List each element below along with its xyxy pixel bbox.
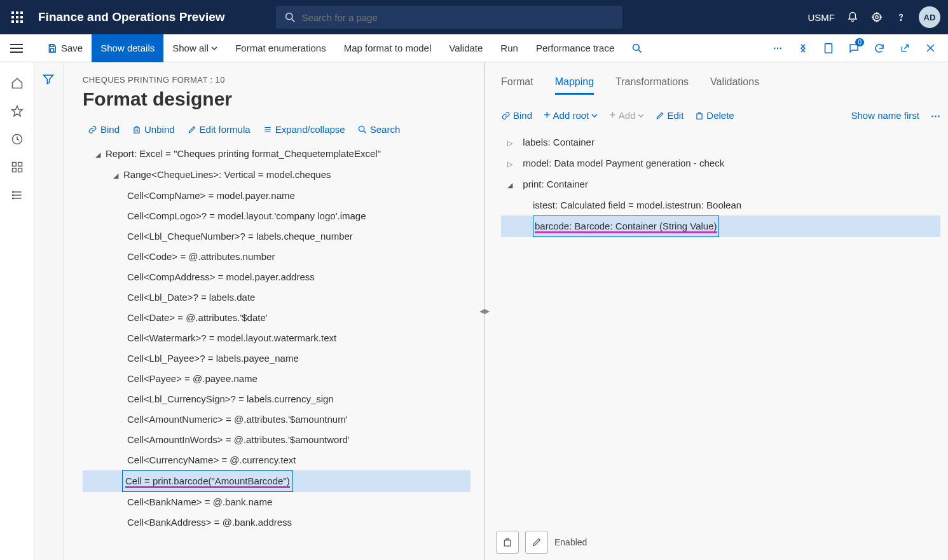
save-button[interactable]: Save: [38, 34, 92, 62]
svg-line-16: [639, 50, 642, 52]
tree-cell-row[interactable]: Cell<CurrencyName> = @.currency.text: [83, 450, 471, 470]
filter-bar: [34, 62, 64, 560]
tab-validations[interactable]: Validations: [710, 76, 759, 95]
performance-trace-button[interactable]: Performance trace: [527, 34, 623, 62]
show-details-button[interactable]: Show details: [92, 34, 163, 62]
app-title: Finance and Operations Preview: [38, 10, 225, 24]
modules-icon[interactable]: [10, 188, 24, 202]
edit-formula-button[interactable]: Edit formula: [188, 124, 251, 135]
workspaces-icon[interactable]: [10, 160, 24, 174]
tree-cell-row[interactable]: Cell<Lbl_Payee>? = labels.payee_name: [83, 348, 471, 369]
svg-rect-6: [11, 20, 14, 23]
svg-point-9: [285, 13, 292, 19]
hamburger-icon[interactable]: [10, 43, 23, 53]
mapping-model-node[interactable]: ▷ model: Data model Payment generation -…: [501, 153, 940, 174]
svg-rect-24: [12, 163, 16, 167]
tree-cell-row[interactable]: Cell<Lbl_Date>? = labels.date: [83, 287, 471, 308]
show-all-button[interactable]: Show all: [163, 34, 226, 62]
more-icon[interactable]: ⋯: [771, 42, 784, 55]
svg-rect-2: [20, 11, 23, 14]
tree-cell-row[interactable]: Cell<Lbl_ChequeNumber>? = labels.cheque_…: [83, 226, 471, 247]
map-format-button[interactable]: Map format to model: [335, 34, 441, 62]
delete-button[interactable]: Delete: [695, 110, 734, 121]
tree-range[interactable]: ◢Range<ChequeLines>: Vertical = model.ch…: [83, 165, 471, 186]
mapping-barcode-node[interactable]: barcode: Barcode: Container (String Valu…: [501, 215, 940, 237]
mapping-pane: Format Mapping Transformations Validatio…: [487, 62, 948, 560]
show-name-first-button[interactable]: Show name first: [851, 110, 919, 121]
edit-property-button[interactable]: [525, 531, 548, 554]
bell-icon[interactable]: [846, 11, 859, 24]
svg-point-12: [900, 20, 902, 21]
tree-cell-row[interactable]: Cell<Watermark>? = model.layout.watermar…: [83, 328, 471, 348]
svg-rect-40: [697, 114, 702, 119]
filter-icon[interactable]: [42, 72, 56, 86]
tree-cell-row[interactable]: Cell<Lbl_CurrencySign>? = labels.currenc…: [83, 389, 471, 409]
format-tree-pane: CHEQUES PRINTING FORMAT : 10 Format desi…: [64, 62, 482, 560]
mapping-tree[interactable]: ▷ labels: Container ▷ model: Data model …: [501, 132, 940, 237]
mapping-labels-node[interactable]: ▷ labels: Container: [501, 132, 940, 153]
close-icon[interactable]: [924, 42, 937, 55]
tree-root[interactable]: ◢Report: Excel = "Cheques printing forma…: [83, 144, 471, 165]
expand-collapse-button[interactable]: Expand/collapse: [263, 124, 345, 135]
delete-property-button[interactable]: [496, 531, 519, 554]
mapping-istest-node[interactable]: istest: Calculated field = model.istestr…: [501, 195, 940, 215]
main-content: CHEQUES PRINTING FORMAT : 10 Format desi…: [64, 62, 948, 560]
search-input[interactable]: [302, 12, 614, 23]
svg-point-31: [12, 191, 13, 193]
user-avatar[interactable]: AD: [919, 6, 940, 28]
svg-rect-41: [504, 540, 510, 546]
waffle-icon[interactable]: [8, 8, 27, 27]
home-icon[interactable]: [10, 76, 24, 90]
notifications-icon[interactable]: 0: [848, 42, 860, 55]
svg-rect-34: [134, 128, 139, 133]
refresh-icon[interactable]: [873, 42, 886, 55]
tree-cell-row[interactable]: Cell<Code> = @.attributes.number: [83, 247, 471, 267]
tree-cell-row[interactable]: Cell<Date> = @.attributes.'$date': [83, 308, 471, 328]
add-root-button[interactable]: +Add root: [544, 109, 598, 122]
attach-icon[interactable]: [797, 42, 809, 55]
help-icon[interactable]: [895, 11, 907, 24]
mapping-bind-button[interactable]: Bind: [501, 110, 532, 121]
tab-transformations[interactable]: Transformations: [615, 76, 689, 95]
tree-cell-row[interactable]: Cell<AmountInWords> = @.attributes.'$amo…: [83, 430, 471, 450]
format-enumerations-button[interactable]: Format enumerations: [226, 34, 335, 62]
tab-mapping[interactable]: Mapping: [555, 76, 594, 95]
mapping-more-icon[interactable]: ⋯: [931, 110, 940, 121]
tree-cell-row[interactable]: Cell<BankName> = @.bank.name: [83, 492, 471, 512]
unbind-button[interactable]: Unbind: [132, 124, 175, 135]
tree-cell-row[interactable]: Cell<CompLogo>? = model.layout.'company …: [83, 206, 471, 226]
tree-cell-row[interactable]: Cell<Payee> = @.payee.name: [83, 369, 471, 389]
svg-rect-27: [18, 168, 22, 172]
edit-button[interactable]: Edit: [656, 110, 684, 121]
validate-button[interactable]: Validate: [440, 34, 491, 62]
tab-format[interactable]: Format: [501, 76, 533, 95]
mapping-print-node[interactable]: ◢ print: Container: [501, 174, 940, 195]
tree-cell-row[interactable]: Cell<BankAddress> = @.bank.address: [83, 512, 471, 533]
star-icon[interactable]: [10, 104, 24, 118]
tree-cell-row[interactable]: Cell<AmountNumeric> = @.attributes.'$amo…: [83, 409, 471, 430]
tree-cell-row[interactable]: Cell = print.barcode("AmountBarcode"): [83, 470, 471, 492]
splitter[interactable]: ◀▶: [482, 62, 487, 560]
toolbar-search-icon[interactable]: [623, 34, 651, 62]
svg-point-11: [876, 16, 879, 19]
tree-cell-row[interactable]: Cell<CompAddress> = model.payer.address: [83, 267, 471, 287]
office-icon[interactable]: [822, 42, 835, 55]
global-search[interactable]: [276, 6, 622, 29]
gear-icon[interactable]: [870, 11, 883, 24]
svg-rect-25: [18, 163, 22, 167]
recent-icon[interactable]: [10, 132, 24, 146]
svg-line-39: [364, 131, 366, 133]
tree-search-button[interactable]: Search: [358, 124, 401, 135]
svg-rect-14: [50, 48, 53, 51]
svg-rect-13: [50, 44, 53, 46]
company-label[interactable]: USMF: [808, 12, 835, 23]
svg-point-15: [633, 44, 640, 50]
tree-toolbar: Bind Unbind Edit formula Expand/collapse…: [83, 124, 477, 135]
svg-line-10: [292, 19, 294, 22]
tree-cell-row[interactable]: Cell<CompName> = model.payer.name: [83, 186, 471, 206]
popout-icon[interactable]: [898, 42, 911, 55]
run-button[interactable]: Run: [491, 34, 527, 62]
bind-button[interactable]: Bind: [88, 124, 120, 135]
nav-rail: [0, 62, 34, 560]
format-tree[interactable]: ◢Report: Excel = "Cheques printing forma…: [83, 144, 477, 560]
